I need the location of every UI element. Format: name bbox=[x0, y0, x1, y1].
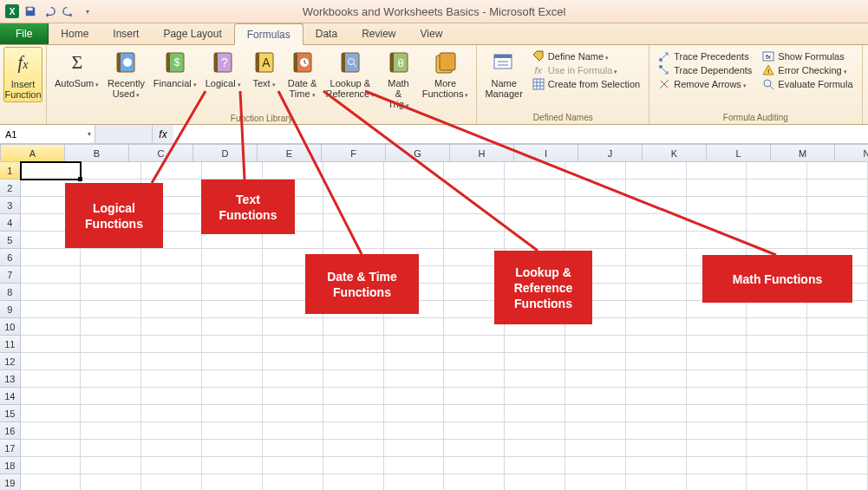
cell-C1[interactable] bbox=[141, 162, 202, 180]
create-from-selection-button[interactable]: Create from Selection bbox=[532, 78, 640, 90]
cell-A13[interactable] bbox=[21, 370, 82, 388]
cell-J2[interactable] bbox=[565, 180, 626, 197]
recently-used-button[interactable]: Recently Used bbox=[103, 47, 149, 102]
cell-L18[interactable] bbox=[687, 457, 747, 474]
cell-G13[interactable] bbox=[384, 370, 445, 388]
cell-G17[interactable] bbox=[384, 440, 445, 457]
row-header-6[interactable]: 6 bbox=[0, 249, 21, 266]
column-header-F[interactable]: F bbox=[322, 145, 386, 162]
cell-B10[interactable] bbox=[81, 318, 141, 336]
cell-M5[interactable] bbox=[747, 232, 807, 249]
column-header-K[interactable]: K bbox=[643, 145, 707, 162]
cell-G5[interactable] bbox=[384, 232, 445, 249]
cell-N14[interactable] bbox=[807, 388, 868, 405]
cell-K13[interactable] bbox=[626, 370, 687, 388]
cell-I5[interactable] bbox=[505, 232, 565, 249]
row-header-8[interactable]: 8 bbox=[0, 284, 21, 301]
cell-F1[interactable] bbox=[323, 162, 384, 180]
cell-J15[interactable] bbox=[565, 405, 626, 422]
column-header-A[interactable]: A bbox=[1, 145, 65, 162]
cell-M1[interactable] bbox=[747, 162, 807, 180]
cell-G10[interactable] bbox=[384, 318, 445, 336]
row-header-17[interactable]: 17 bbox=[0, 440, 21, 457]
cell-E11[interactable] bbox=[263, 336, 323, 353]
row-header-3[interactable]: 3 bbox=[0, 197, 21, 214]
date-time-button[interactable]: Date & Time bbox=[284, 47, 322, 102]
cell-H15[interactable] bbox=[444, 405, 505, 422]
cell-C9[interactable] bbox=[141, 301, 202, 318]
cell-D14[interactable] bbox=[202, 388, 263, 405]
cell-F15[interactable] bbox=[323, 405, 384, 422]
cell-E19[interactable] bbox=[263, 474, 323, 490]
cell-E15[interactable] bbox=[263, 405, 323, 422]
cell-I2[interactable] bbox=[505, 180, 565, 197]
cell-B9[interactable] bbox=[81, 301, 141, 318]
cell-D13[interactable] bbox=[202, 370, 263, 388]
cell-N11[interactable] bbox=[807, 336, 868, 353]
undo-button[interactable] bbox=[42, 3, 57, 19]
row-header-2[interactable]: 2 bbox=[0, 180, 21, 197]
cell-I12[interactable] bbox=[505, 353, 565, 370]
cell-J11[interactable] bbox=[565, 336, 626, 353]
cell-C13[interactable] bbox=[141, 370, 202, 388]
cell-A9[interactable] bbox=[21, 301, 82, 318]
cell-N18[interactable] bbox=[807, 457, 868, 474]
cell-C19[interactable] bbox=[141, 474, 202, 490]
cell-F19[interactable] bbox=[323, 474, 384, 490]
cell-A18[interactable] bbox=[21, 457, 82, 474]
cell-B19[interactable] bbox=[81, 474, 141, 490]
cell-C18[interactable] bbox=[141, 457, 202, 474]
cell-K16[interactable] bbox=[626, 422, 687, 440]
row-header-15[interactable]: 15 bbox=[0, 405, 21, 422]
math-trig-button[interactable]: θMath & Trig bbox=[379, 47, 418, 113]
cell-J4[interactable] bbox=[565, 214, 626, 232]
column-header-B[interactable]: B bbox=[65, 145, 129, 162]
cell-M17[interactable] bbox=[747, 440, 807, 457]
cell-K2[interactable] bbox=[626, 180, 687, 197]
cell-C12[interactable] bbox=[141, 353, 202, 370]
cell-M19[interactable] bbox=[747, 474, 807, 490]
qat-customize-button[interactable]: ▾ bbox=[80, 3, 95, 19]
cell-G19[interactable] bbox=[384, 474, 445, 490]
cell-H3[interactable] bbox=[444, 197, 505, 214]
column-header-G[interactable]: G bbox=[386, 145, 450, 162]
cell-F14[interactable] bbox=[323, 388, 384, 405]
column-header-H[interactable]: H bbox=[450, 145, 514, 162]
cell-B12[interactable] bbox=[81, 353, 141, 370]
cell-J16[interactable] bbox=[565, 422, 626, 440]
trace-dependents-button[interactable]: Trace Dependents bbox=[658, 64, 752, 76]
row-header-10[interactable]: 10 bbox=[0, 318, 21, 336]
cell-E17[interactable] bbox=[263, 440, 323, 457]
column-header-N[interactable]: N bbox=[835, 145, 868, 162]
cell-I14[interactable] bbox=[505, 388, 565, 405]
cell-D17[interactable] bbox=[202, 440, 263, 457]
row-header-16[interactable]: 16 bbox=[0, 422, 21, 440]
cell-N17[interactable] bbox=[807, 440, 868, 457]
cell-C15[interactable] bbox=[141, 405, 202, 422]
row-header-7[interactable]: 7 bbox=[0, 266, 21, 284]
cell-A10[interactable] bbox=[21, 318, 82, 336]
cell-F18[interactable] bbox=[323, 457, 384, 474]
cell-I1[interactable] bbox=[505, 162, 565, 180]
cell-F13[interactable] bbox=[323, 370, 384, 388]
cell-L1[interactable] bbox=[687, 162, 747, 180]
cell-N3[interactable] bbox=[807, 197, 868, 214]
cell-J1[interactable] bbox=[565, 162, 626, 180]
cell-F2[interactable] bbox=[323, 180, 384, 197]
cell-H18[interactable] bbox=[444, 457, 505, 474]
cell-D12[interactable] bbox=[202, 353, 263, 370]
cell-K4[interactable] bbox=[626, 214, 687, 232]
column-header-E[interactable]: E bbox=[258, 145, 322, 162]
cell-M3[interactable] bbox=[747, 197, 807, 214]
cell-H16[interactable] bbox=[444, 422, 505, 440]
column-header-D[interactable]: D bbox=[193, 145, 258, 162]
cell-H4[interactable] bbox=[444, 214, 505, 232]
cell-G12[interactable] bbox=[384, 353, 445, 370]
cell-M18[interactable] bbox=[747, 457, 807, 474]
row-header-11[interactable]: 11 bbox=[0, 336, 21, 353]
cell-L17[interactable] bbox=[687, 440, 747, 457]
financial-button[interactable]: $Financial bbox=[149, 47, 201, 92]
show-formulas-button[interactable]: fxShow Formulas bbox=[762, 50, 852, 62]
fx-icon[interactable]: fx bbox=[153, 125, 173, 143]
cell-G11[interactable] bbox=[384, 336, 445, 353]
